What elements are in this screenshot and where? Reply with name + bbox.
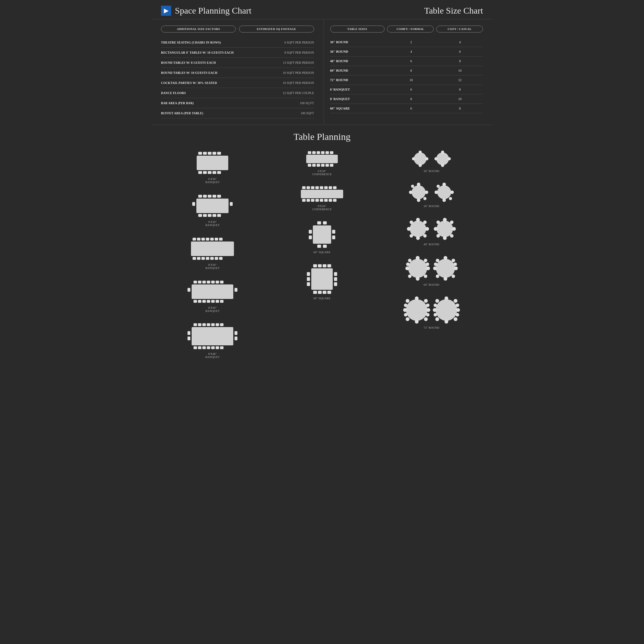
svg-point-208: [444, 296, 448, 300]
ts-comfy: 6: [388, 59, 434, 63]
svg-rect-78: [321, 151, 325, 154]
svg-point-212: [435, 299, 439, 303]
svg-rect-103: [329, 199, 332, 202]
svg-point-181: [406, 263, 409, 266]
diagram-label: 8'X48"BANQUET: [206, 352, 220, 359]
diagram-label: 6'X30"BANQUET: [206, 177, 220, 184]
svg-rect-65: [235, 331, 237, 335]
page-header: ▶ Space Planning Chart Table Size Chart: [152, 0, 492, 19]
svg-rect-94: [329, 186, 332, 189]
diagram-48-round: 48" ROUND: [406, 217, 457, 246]
svg-rect-121: [307, 277, 310, 281]
svg-rect-118: [311, 268, 333, 290]
ts-col3-header: COZY / CASUAL: [436, 26, 483, 33]
svg-point-183: [436, 259, 455, 278]
ts-row: 36" ROUND 4 6: [330, 47, 483, 57]
diagram-6x30-banquet-2: 6'X30"BANQUET: [192, 193, 233, 227]
svg-rect-17: [192, 202, 195, 206]
planning-col-2: 6'X18"CONFERENCE: [267, 150, 377, 359]
space-planning-section: ADDITIONAL SIZE FACTORS ESTIMATED SQ FOO…: [152, 19, 324, 125]
svg-point-134: [436, 152, 449, 165]
svg-point-132: [412, 157, 415, 160]
svg-rect-47: [188, 288, 190, 292]
ts-size: 6' BANQUET: [330, 88, 386, 91]
sp-row-value: 13 SQFT PER PERSON: [276, 61, 314, 64]
svg-rect-12: [203, 195, 207, 198]
svg-rect-45: [220, 281, 224, 283]
svg-rect-35: [206, 257, 209, 260]
ts-col2-header: COMFY / FORMAL: [387, 26, 434, 33]
diagram-8x48-banquet: 8'X48"BANQUET: [187, 322, 238, 359]
svg-point-159: [423, 221, 426, 224]
svg-rect-13: [208, 195, 212, 198]
svg-point-140: [417, 183, 420, 186]
svg-rect-109: [332, 230, 335, 234]
ts-comfy: 6: [388, 88, 434, 91]
svg-point-216: [433, 304, 437, 307]
svg-point-154: [416, 218, 420, 222]
svg-point-141: [417, 199, 420, 202]
svg-rect-4: [217, 152, 221, 155]
svg-point-203: [404, 304, 407, 307]
sp-row-label: COCKTAIL PARTIES W/ 30% SEATED: [161, 81, 273, 85]
svg-rect-89: [307, 186, 310, 189]
svg-rect-124: [334, 282, 337, 286]
diagram-72-round: 72" ROUND: [403, 296, 461, 329]
sp-row-label: DANCE FLOORS: [161, 92, 273, 95]
sp-rows: THEATRE SEATING (CHAIRS IN ROWS) 6 SQFT …: [161, 38, 314, 118]
right-title: Table Size Chart: [424, 6, 483, 16]
svg-rect-123: [307, 282, 310, 286]
svg-rect-83: [312, 164, 316, 167]
ts-size: 36" ROUND: [330, 50, 386, 53]
svg-point-175: [426, 266, 430, 270]
ts-comfy: 8: [388, 97, 434, 101]
svg-point-191: [451, 275, 455, 278]
left-title: Space Planning Chart: [175, 6, 252, 16]
sp-row-label: THEATRE SEATING (CHAIRS IN ROWS): [161, 41, 273, 44]
svg-point-174: [405, 266, 409, 270]
svg-rect-22: [212, 214, 216, 217]
svg-rect-1: [203, 152, 207, 155]
svg-rect-64: [188, 331, 190, 335]
sp-col2-header: ESTIMATED SQ FOOTAGE: [239, 26, 314, 33]
diagram-label: 8'X30"BANQUET: [206, 263, 220, 270]
svg-rect-112: [317, 245, 321, 248]
sp-row: DANCE FLOORS 12 SQFT PER COUPLE: [161, 88, 314, 98]
svg-rect-63: [192, 327, 233, 345]
svg-rect-96: [301, 190, 343, 198]
ts-comfy: 4: [388, 50, 434, 53]
svg-rect-105: [317, 221, 321, 224]
sp-row-label: ROUND TABLES W/ 10 GUESTS EACH: [161, 71, 273, 75]
ts-cozy: 4: [437, 40, 483, 44]
svg-point-218: [433, 313, 437, 317]
svg-point-144: [411, 185, 414, 188]
svg-rect-55: [220, 300, 224, 303]
svg-rect-32: [193, 257, 196, 260]
svg-rect-19: [198, 214, 202, 217]
svg-rect-28: [210, 238, 214, 241]
sp-row-value: 100 SQ FT: [276, 101, 314, 105]
ts-row: 8' BANQUET 8 10: [330, 94, 483, 104]
diagram-label: 60" SQUARE: [313, 297, 331, 300]
svg-rect-97: [302, 199, 306, 202]
svg-rect-29: [215, 238, 218, 241]
svg-rect-15: [217, 195, 221, 198]
svg-rect-122: [334, 277, 337, 281]
ts-size: 8' BANQUET: [330, 97, 386, 101]
svg-point-150: [450, 191, 454, 194]
svg-point-137: [434, 157, 438, 160]
svg-point-217: [456, 304, 459, 307]
svg-point-178: [408, 275, 411, 278]
svg-rect-99: [311, 199, 314, 202]
svg-point-171: [408, 259, 427, 278]
table-planning-header: Table Planning: [152, 125, 492, 147]
svg-point-209: [444, 320, 448, 324]
svg-point-165: [434, 227, 438, 231]
ts-cozy: 10: [437, 97, 483, 101]
svg-rect-41: [202, 281, 206, 283]
svg-point-179: [424, 275, 427, 278]
diagram-60-round: 60" ROUND: [405, 255, 458, 286]
svg-point-170: [450, 234, 453, 238]
svg-rect-114: [313, 264, 317, 267]
svg-point-143: [425, 191, 428, 194]
